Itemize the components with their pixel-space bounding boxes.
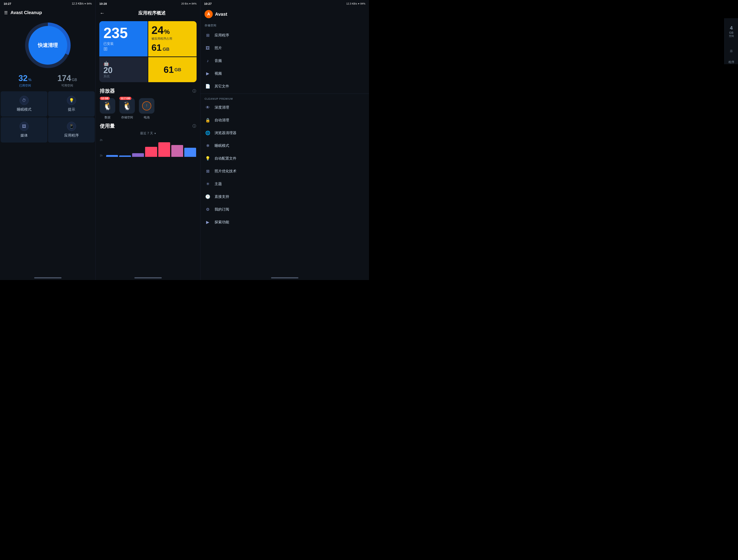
photos-menu-label: 照片 — [215, 46, 222, 51]
used-space-stat: 32 % 已用空间 — [18, 73, 31, 88]
quick-clean-button[interactable]: 快速清理 — [28, 26, 67, 65]
status-bar-3: 10:27 12.3 KB/s ▾ 84% — [201, 0, 369, 7]
menu-item-apps[interactable]: ⊞ 应用程序 — [201, 29, 369, 42]
bloat-badge-1: 12 GB — [100, 97, 110, 100]
menu-item-auto-config[interactable]: 💡 自动配置文件 — [201, 152, 369, 165]
storage-section-label: 存储空间 — [201, 21, 369, 29]
menu-item-audio[interactable]: ♪ 音频 — [201, 54, 369, 67]
auto-config-label: 自动配置文件 — [215, 156, 237, 161]
percent-tile[interactable]: 24 % 被应用程序占用 61 GB — [148, 21, 197, 56]
menu-item-deep-clean[interactable]: 👁 深度清理 — [201, 101, 369, 114]
apps-button[interactable]: 📱 应用程序 — [48, 117, 95, 142]
deep-clean-icon: 👁 — [205, 104, 211, 111]
free-space-value: 174 — [57, 73, 71, 83]
menu-item-photo-opt[interactable]: ⊠ 照片优化技术 — [201, 165, 369, 177]
menu-item-theme[interactable]: ✳ 主题 — [201, 177, 369, 190]
percent-label: 被应用程序占用 — [151, 37, 194, 41]
menu-item-sleep-mode[interactable]: ❄ 睡眠模式 — [201, 139, 369, 152]
free-space-label: 可用空间 — [61, 83, 73, 88]
circle-container: 快速清理 — [0, 18, 95, 72]
installed-grid-icon: ⊞ — [103, 46, 143, 52]
media-button[interactable]: 🖼 媒体 — [1, 117, 47, 142]
system-number-wrap: 20 系统 — [103, 66, 143, 78]
panel-main: 10:27 12.3 KB/s ▾ 84% ☰ Avast Cleanup 快速… — [0, 0, 96, 280]
subscription-label: 我的订阅 — [215, 207, 229, 212]
chevron-down-icon[interactable]: ▾ — [154, 132, 156, 135]
bloat-label-1: 数据 — [104, 115, 110, 119]
home-indicator-1 — [34, 277, 61, 278]
back-button[interactable]: ← — [100, 10, 105, 16]
bloat-label-3: 电池 — [144, 115, 150, 119]
free-space-unit: GB — [72, 78, 77, 82]
hamburger-icon[interactable]: ☰ — [4, 10, 8, 15]
status-bar-2: 10:28 20 B/s ▾ 84% — [96, 0, 200, 7]
photos-menu-icon: 🖼 — [205, 45, 211, 51]
audio-menu-icon: ♪ — [205, 58, 211, 64]
y-labels: 2h 1h — [100, 139, 103, 157]
gb-yellow-number: 61 — [163, 65, 174, 75]
bloat-item-data[interactable]: 12 GB 🐧 数据 — [100, 98, 115, 119]
theme-icon: ✳ — [205, 181, 211, 187]
bloat-badge-2: 12.7 GB — [119, 97, 131, 100]
menu-item-other[interactable]: 📄 其它文件 — [201, 80, 369, 93]
storage-gb-number: 61 — [151, 43, 162, 53]
bloat-item-storage[interactable]: 12.7 GB 🐧 存储空间 — [119, 98, 135, 119]
menu-item-photos[interactable]: 🖼 照片 — [201, 42, 369, 54]
deep-clean-label: 深度清理 — [215, 105, 229, 110]
percent-number-wrap: 24 % 被应用程序占用 — [151, 25, 194, 41]
sleep-mode-label: 睡眠模式 — [17, 107, 31, 112]
explore-icon: ▶ — [205, 219, 211, 225]
storage-gb-unit: GB — [162, 47, 169, 52]
gb-yellow-tile[interactable]: 61 GB — [148, 57, 197, 82]
menu-item-auto-clean[interactable]: 🔒 自动清理 — [201, 114, 369, 126]
usage-header: 使用量 ⓘ — [100, 123, 196, 129]
menu-item-subscription[interactable]: ⚙ 我的订阅 — [201, 203, 369, 216]
battery-icon-2: 84% — [192, 2, 197, 5]
bloat-app-wrap-1: 12 GB 🐧 — [100, 98, 115, 114]
media-icon: 🖼 — [20, 122, 29, 131]
tips-button[interactable]: 💡 提示 — [48, 91, 95, 116]
free-space-stat: 174 GB 可用空间 — [57, 73, 77, 88]
installed-tile[interactable]: 235 已安装 ⊞ — [99, 21, 147, 56]
bar-2 — [119, 155, 131, 157]
avast-logo-text: Avast — [215, 12, 227, 17]
installed-label: 已安装 — [103, 42, 143, 46]
bloatware-info-icon[interactable]: ⓘ — [193, 89, 196, 94]
explore-label: 探索功能 — [215, 220, 229, 225]
bloatware-title: 排放器 — [100, 88, 115, 94]
status-icons-3: 12.3 KB/s ▾ 84% — [346, 2, 365, 5]
menu-item-video[interactable]: ▶ 视频 — [201, 67, 369, 80]
bloatware-section-header: 排放器 ⓘ — [96, 84, 200, 96]
apps-label: 应用程序 — [64, 133, 79, 138]
avast-header: A Avast — [201, 7, 369, 21]
system-tile[interactable]: 🤖 20 系统 — [99, 57, 147, 82]
panel-app-overview: 10:28 20 B/s ▾ 84% ← 应用程序概述 235 已安装 ⊞ 24… — [96, 0, 201, 280]
sleep-mode-button[interactable]: ⏱ 睡眠模式 — [1, 91, 47, 116]
bloat-item-battery[interactable]: ! 电池 — [139, 98, 154, 119]
system-label: 系统 — [103, 74, 143, 78]
status-icons-1: 12.3 KB/s ▾ 84% — [72, 2, 92, 5]
usage-period-row: 最近 7 天 ▾ — [100, 131, 196, 135]
time-3: 10:27 — [204, 2, 212, 5]
wifi-icon-2: ▾ — [189, 2, 191, 5]
bar-3 — [132, 153, 144, 157]
battery-unknown-icon: ! — [142, 101, 151, 110]
quick-clean-label: 快速清理 — [38, 42, 58, 49]
sleep-mode-menu-icon: ❄ — [205, 142, 211, 149]
status-icons-2: 20 B/s ▾ 84% — [181, 2, 197, 5]
usage-info-icon[interactable]: ⓘ — [193, 124, 196, 129]
installed-number-wrap: 235 已安装 — [103, 26, 143, 46]
home-indicator-3 — [271, 277, 298, 278]
used-space-unit: % — [28, 78, 31, 82]
menu-item-browser-clean[interactable]: 🌐 浏览器清理器 — [201, 126, 369, 139]
menu-item-direct-support[interactable]: 🕐 直接支持 — [201, 190, 369, 203]
bars-container — [106, 139, 196, 157]
panel-menu: 10:27 12.3 KB/s ▾ 84% A Avast 存储空间 ⊞ 应用程… — [201, 0, 369, 280]
panel2-header: ← 应用程序概述 — [96, 7, 200, 19]
other-menu-icon: 📄 — [205, 83, 211, 89]
percent-unit: % — [164, 28, 170, 35]
signal-icon-1: 12.3 KB/s — [72, 2, 84, 5]
circle-outer: 快速清理 — [25, 23, 71, 68]
menu-item-explore[interactable]: ▶ 探索功能 — [201, 216, 369, 228]
bloatware-row: 12 GB 🐧 数据 12.7 GB 🐧 存储空间 ! 电池 — [96, 96, 200, 123]
